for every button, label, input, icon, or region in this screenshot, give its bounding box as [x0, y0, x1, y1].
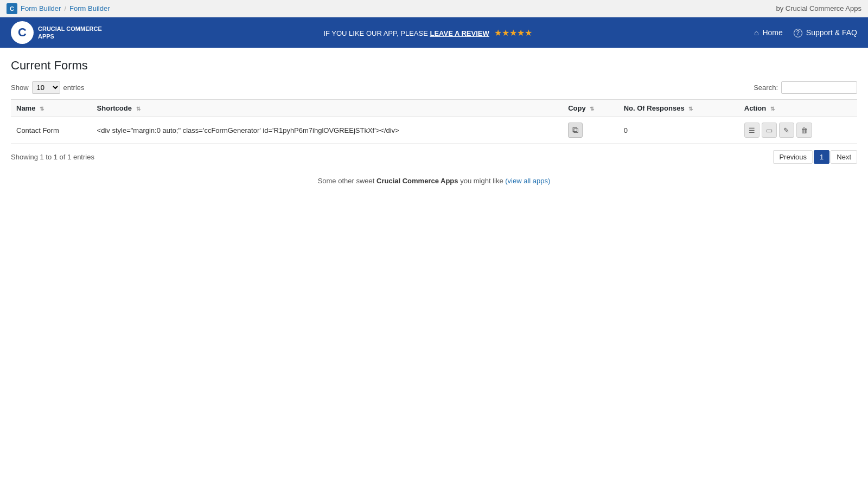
edit-icon: ✎	[783, 126, 789, 134]
col-action: Action ⇅	[739, 100, 857, 117]
list-icon: ☰	[749, 126, 755, 134]
logo-text: CRUCIAL COMMERCE APPS	[38, 25, 102, 41]
preview-icon: ▭	[766, 126, 773, 134]
promo-prefix: IF YOU LIKE OUR APP, PLEASE	[323, 29, 427, 37]
sort-action-icon[interactable]: ⇅	[770, 106, 775, 112]
breadcrumb-formbuilder2[interactable]: Form Builder	[69, 4, 110, 12]
sort-shortcode-icon[interactable]: ⇅	[136, 106, 141, 112]
col-shortcode: Shortcode ⇅	[92, 100, 563, 117]
sort-responses-icon[interactable]: ⇅	[688, 106, 693, 112]
logo-c-icon: C	[18, 25, 27, 40]
logo-line2: APPS	[38, 33, 102, 40]
previous-button[interactable]: Previous	[773, 150, 813, 164]
forms-table: Name ⇅ Shortcode ⇅ Copy ⇅ No. Of Respons…	[11, 99, 857, 144]
copy-button[interactable]: ⧉	[568, 123, 583, 138]
footer-brand: Crucial Commerce Apps	[376, 177, 458, 185]
admin-bar-left: C Form Builder / Form Builder	[7, 3, 110, 14]
entries-select[interactable]: 10 25 50 100	[32, 81, 60, 94]
col-name: Name ⇅	[11, 100, 92, 117]
nav-home-link[interactable]: Home	[754, 28, 783, 37]
col-responses: No. Of Responses ⇅	[618, 100, 739, 117]
breadcrumb-separator: /	[64, 4, 66, 12]
pagination: Previous 1 Next	[773, 150, 857, 164]
view-all-apps-link[interactable]: (view all apps)	[505, 177, 550, 185]
table-controls: Show 10 25 50 100 entries Search:	[11, 81, 857, 94]
cell-action: ☰ ▭ ✎ 🗑	[739, 117, 857, 144]
support-icon	[794, 28, 804, 37]
stars: ★★★★★	[494, 28, 532, 37]
copy-icon: ⧉	[572, 125, 578, 135]
entries-label: entries	[63, 84, 85, 92]
page-title: Current Forms	[11, 59, 857, 73]
table-row: Contact Form <div style="margin:0 auto;"…	[11, 117, 857, 144]
search-box: Search:	[754, 81, 857, 94]
search-label: Search:	[754, 84, 778, 92]
main-content: Current Forms Show 10 25 50 100 entries …	[0, 48, 868, 488]
admin-icon: C	[7, 3, 17, 14]
show-entries-control: Show 10 25 50 100 entries	[11, 81, 85, 94]
nav-support-link[interactable]: Support & FAQ	[794, 28, 857, 37]
sort-copy-icon[interactable]: ⇅	[590, 106, 594, 112]
delete-button[interactable]: 🗑	[796, 123, 812, 138]
header-nav-links: Home Support & FAQ	[754, 28, 857, 37]
table-header-row: Name ⇅ Shortcode ⇅ Copy ⇅ No. Of Respons…	[11, 100, 857, 117]
sort-name-icon[interactable]: ⇅	[40, 106, 44, 112]
col-copy: Copy ⇅	[563, 100, 618, 117]
entries-info: Showing 1 to 1 of 1 entries	[11, 153, 94, 161]
footer-prefix: Some other sweet	[318, 177, 375, 185]
table-footer: Showing 1 to 1 of 1 entries Previous 1 N…	[11, 150, 857, 164]
show-label: Show	[11, 84, 29, 92]
action-buttons: ☰ ▭ ✎ 🗑	[744, 123, 852, 138]
logo-line1: CRUCIAL COMMERCE	[38, 25, 102, 33]
next-button[interactable]: Next	[831, 150, 857, 164]
page-1-button[interactable]: 1	[814, 150, 829, 164]
header-nav: C CRUCIAL COMMERCE APPS IF YOU LIKE OUR …	[0, 17, 868, 48]
home-icon	[754, 28, 760, 37]
admin-bar-right: by Crucial Commerce Apps	[776, 4, 862, 12]
promo-link[interactable]: LEAVE A REVIEW	[430, 29, 489, 37]
delete-icon: 🗑	[801, 126, 808, 134]
header-promo: IF YOU LIKE OUR APP, PLEASE LEAVE A REVI…	[323, 28, 532, 38]
search-input[interactable]	[781, 81, 857, 94]
cell-name: Contact Form	[11, 117, 92, 144]
admin-bar: C Form Builder / Form Builder by Crucial…	[0, 0, 868, 17]
cell-responses: 0	[618, 117, 739, 144]
preview-button[interactable]: ▭	[762, 123, 777, 138]
view-responses-button[interactable]: ☰	[744, 123, 760, 138]
header-logo: C CRUCIAL COMMERCE APPS	[11, 21, 102, 44]
nav-home-label: Home	[762, 28, 782, 37]
breadcrumb-formbuilder1[interactable]: Form Builder	[21, 4, 61, 12]
footer-note: Some other sweet Crucial Commerce Apps y…	[11, 177, 857, 185]
edit-button[interactable]: ✎	[779, 123, 794, 138]
cell-copy: ⧉	[563, 117, 618, 144]
nav-support-label: Support & FAQ	[806, 28, 857, 37]
cell-shortcode: <div style="margin:0 auto;" class='ccFor…	[92, 117, 563, 144]
logo-circle: C	[11, 21, 34, 44]
